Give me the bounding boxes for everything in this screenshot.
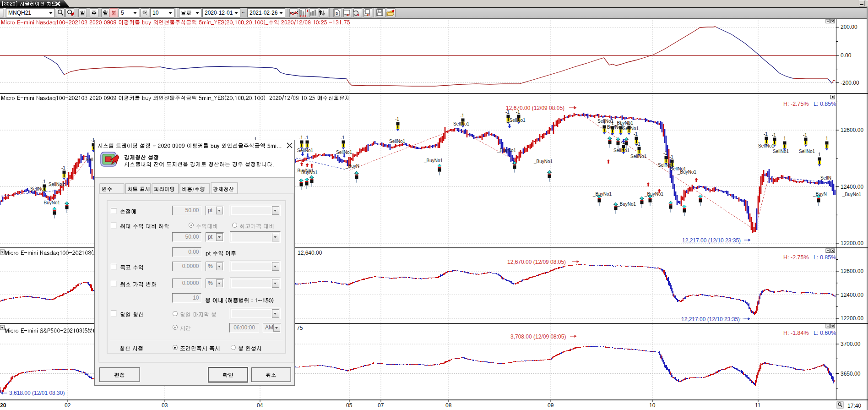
svg-text:12200.00: 12200.00 <box>841 240 863 246</box>
svg-text:H: -1.84%: H: -1.84% <box>783 330 809 336</box>
svg-text:_BuyN: _BuyN <box>813 191 827 197</box>
svg-text:-1: -1 <box>782 136 786 141</box>
svg-text:10: 10 <box>649 402 656 409</box>
svg-text:12400.00: 12400.00 <box>841 292 863 298</box>
svg-text:_BuyNo1: _BuyNo1 <box>41 200 60 205</box>
svg-text:Sell: Sell <box>86 157 93 162</box>
svg-text:SellN: SellN <box>820 175 831 180</box>
svg-text:SellNo1: SellNo1 <box>623 126 639 131</box>
svg-text:SellNo1: SellNo1 <box>597 119 613 124</box>
svg-text:12600.00: 12600.00 <box>841 127 863 133</box>
svg-text:12200.00: 12200.00 <box>841 315 863 322</box>
svg-text:SellNo1: SellNo1 <box>630 154 646 159</box>
svg-text:0.00: 0.00 <box>841 52 852 59</box>
svg-text:-1: -1 <box>395 117 399 122</box>
svg-text:12,217.00 (12/10 23:35): 12,217.00 (12/10 23:35) <box>681 316 740 323</box>
svg-text:03: 03 <box>162 402 168 409</box>
svg-text:08: 08 <box>445 402 452 409</box>
svg-text:3650.00: 3650.00 <box>841 371 861 377</box>
svg-text:_BuyNo1: _BuyNo1 <box>592 191 612 197</box>
svg-text:3,618.00 (12/01 08:30): 3,618.00 (12/01 08:30) <box>9 390 65 396</box>
svg-text:_BuyNo1: _BuyNo1 <box>677 169 697 175</box>
svg-text:-1: -1 <box>460 113 464 118</box>
svg-text:05: 05 <box>346 402 353 409</box>
svg-text:-1: -1 <box>663 151 667 156</box>
svg-text:04: 04 <box>257 402 263 409</box>
svg-text:-1: -1 <box>817 152 821 157</box>
svg-text:_BuyNo1: _BuyNo1 <box>617 202 636 207</box>
svg-text:L: 0.85%: L: 0.85% <box>814 254 836 261</box>
svg-text:SellNo1: SellNo1 <box>758 143 774 148</box>
svg-text:SellNo1: SellNo1 <box>297 148 313 153</box>
svg-text:-1: -1 <box>61 165 65 170</box>
svg-text:_BuyNo1: _BuyNo1 <box>842 192 862 197</box>
svg-text:_BuyNo1: _BuyNo1 <box>533 159 553 164</box>
svg-text:SellNo1: SellNo1 <box>799 149 815 154</box>
svg-text:H: -2.75%: H: -2.75% <box>783 101 809 107</box>
svg-text:-1: -1 <box>636 142 640 147</box>
svg-text:SellNo1: SellNo1 <box>389 139 405 144</box>
svg-text:_BuyN: _BuyN <box>345 164 359 169</box>
svg-text:SellNo1: SellNo1 <box>49 182 65 187</box>
svg-text:SellNo1: SellNo1 <box>30 186 46 191</box>
svg-text:_BuyNo1: _BuyNo1 <box>497 148 516 153</box>
svg-text:-1: -1 <box>304 135 309 140</box>
svg-text:_SellNo1: _SellNo1 <box>506 118 526 123</box>
svg-text:12,670.00 (12/09 08:05): 12,670.00 (12/09 08:05) <box>506 105 564 111</box>
svg-text:-1: -1 <box>669 154 673 159</box>
svg-text:-1: -1 <box>299 135 303 140</box>
svg-text:07: 07 <box>378 402 384 409</box>
svg-text:12400.00: 12400.00 <box>841 184 863 190</box>
svg-text:12600.00: 12600.00 <box>841 268 863 274</box>
svg-text:11: 11 <box>755 402 761 409</box>
svg-text:09: 09 <box>548 402 554 409</box>
svg-text:-1: -1 <box>764 131 768 137</box>
svg-text:17:40: 17:40 <box>847 403 861 409</box>
svg-text:-1: -1 <box>803 132 807 137</box>
svg-text:3,708.00 (12/09 08:05): 3,708.00 (12/09 08:05) <box>510 333 566 340</box>
svg-text:200.00: 200.00 <box>841 24 857 30</box>
svg-text:H: -2.75%: H: -2.75% <box>783 254 809 261</box>
svg-text:SellNo1: SellNo1 <box>453 121 469 126</box>
svg-text:-200.00: -200.00 <box>841 80 859 86</box>
svg-text:_BuyNo1: _BuyNo1 <box>423 158 443 163</box>
svg-text:SellNo1: SellNo1 <box>336 150 352 155</box>
svg-text:-1: -1 <box>772 132 776 137</box>
svg-text:20: 20 <box>0 402 6 409</box>
svg-text:12,670.00 (12/09 08:05): 12,670.00 (12/09 08:05) <box>507 259 566 265</box>
svg-text:-1: -1 <box>824 136 828 141</box>
svg-text:BuyNo1: BuyNo1 <box>301 170 318 175</box>
svg-text:-1: -1 <box>634 131 638 137</box>
svg-text:12,640.00: 12,640.00 <box>298 250 322 256</box>
svg-text:3700.00: 3700.00 <box>841 341 861 347</box>
svg-text:SellNo1: SellNo1 <box>773 149 789 154</box>
svg-text:_BuyNo1: _BuyNo1 <box>644 191 664 197</box>
svg-text:L: 0.60%: L: 0.60% <box>814 330 836 336</box>
svg-text:SellNo1: SellNo1 <box>613 148 629 153</box>
svg-text:BuyNo1: BuyNo1 <box>607 125 624 130</box>
svg-text:-1: -1 <box>42 179 46 184</box>
svg-text:75: 75 <box>297 325 303 331</box>
svg-text:02: 02 <box>65 402 71 409</box>
svg-text:12,217.00 (12/10 23:35): 12,217.00 (12/10 23:35) <box>682 237 741 244</box>
svg-text:L: 0.85%: L: 0.85% <box>814 101 836 107</box>
svg-text:-1: -1 <box>341 135 345 140</box>
